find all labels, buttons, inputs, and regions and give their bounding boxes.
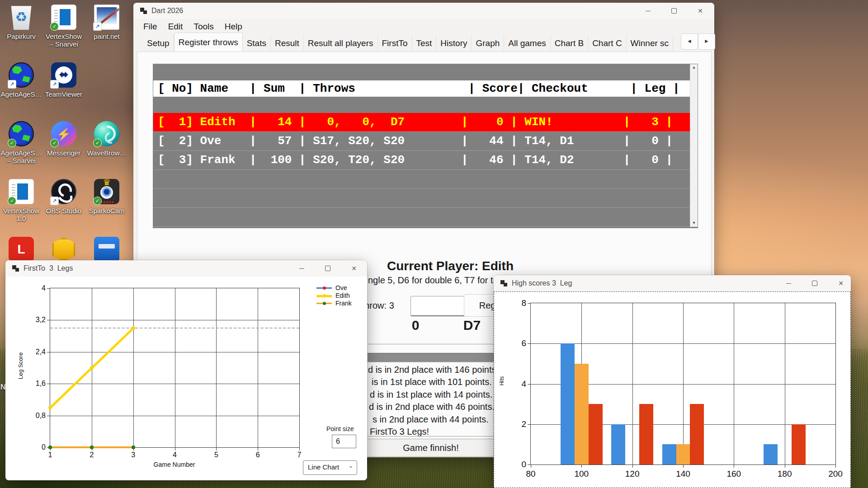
firstto-chart-area: 123456700,81,62,43,24 Game Number Leg Sc…	[5, 277, 367, 480]
table-row[interactable]: [ 3] Frank | 100 | S20, T20, S20 | 46 | …	[153, 150, 698, 169]
table-row[interactable]: [ 2] Ove | 57 | S17, S20, S20 | 44 | T14…	[153, 131, 698, 150]
listbox-rows: [ 1] Edith | 14 | 0, 0, D7 | 0 | WIN! | …	[153, 113, 698, 228]
desktop-icon-label: WaveBrow…	[86, 149, 127, 157]
dart-titlebar[interactable]: Dart 2026 ✕	[133, 3, 714, 19]
minimize-button[interactable]	[778, 275, 799, 291]
icon-box: ✓	[51, 5, 76, 30]
scroll-down-icon[interactable]: ▼	[690, 220, 698, 227]
minimize-button[interactable]	[637, 3, 658, 19]
tab-winner-sc[interactable]: Winner sc	[627, 35, 673, 52]
checkout-value: D7	[454, 318, 490, 333]
desktop-icon-vertexshow[interactable]: ✓VertexShow– Snarvei	[43, 5, 85, 48]
gridline	[50, 416, 299, 416]
desktop-icon-vertexshow[interactable]: ✓VertexShow1.0	[0, 179, 42, 222]
maximize-button[interactable]	[317, 260, 338, 277]
x-tick-label: 100	[568, 469, 595, 479]
gridline	[133, 288, 134, 447]
close-button[interactable]: ✕	[830, 275, 851, 291]
point-size-label: Point size	[326, 425, 354, 432]
recycle-bin-icon: ♻	[9, 5, 34, 30]
desktop-icon-red-l[interactable]: L	[0, 237, 42, 262]
desktop-icon-agetoages-[interactable]: ↗AgetoAgeS…	[0, 62, 42, 98]
legend-label: Ove	[335, 284, 347, 291]
desktop-icon-label: TeamViewer	[43, 90, 85, 98]
tab-stats[interactable]: Stats	[243, 35, 271, 52]
desktop-icon-label: VertexShow– Snarvei	[43, 33, 85, 48]
desktop-icon-blue[interactable]	[86, 237, 127, 262]
menu-tools[interactable]: Tools	[188, 20, 219, 33]
tab-chart-b[interactable]: Chart B	[551, 35, 588, 52]
listbox-header: [ No] Name | Sum | Throws | Score| Check…	[153, 80, 698, 97]
tab-result[interactable]: Result	[271, 35, 304, 52]
x-tick-label: 4	[166, 451, 184, 459]
tab-test[interactable]: Test	[412, 35, 437, 52]
desktop-icon-hex[interactable]	[43, 237, 85, 262]
menu-edit[interactable]: Edit	[163, 20, 189, 33]
tick-mark	[528, 343, 531, 344]
tick-mark	[299, 447, 300, 450]
maximize-button[interactable]	[804, 275, 825, 291]
desktop-icon-obs-studio[interactable]: ↗OBS Studio	[43, 179, 85, 215]
app-icon	[12, 265, 19, 272]
desktop-icon-wavebrow-[interactable]: ✓WaveBrow…	[86, 121, 127, 157]
minimize-button[interactable]	[291, 260, 312, 277]
icon-box: ♻	[9, 5, 34, 30]
players-listbox: [ No] Name | Sum | Throws | Score| Check…	[153, 64, 698, 228]
shortcut-arrow-icon: ↗	[93, 22, 102, 31]
tick-mark	[216, 447, 217, 450]
table-row[interactable]: [ 1] Edith | 14 | 0, 0, D7 | 0 | WIN! | …	[153, 113, 698, 131]
check-badge-icon: ✓	[50, 22, 59, 31]
x-tick-label: 5	[207, 451, 225, 459]
desktop-icon-label: OBS Studio	[43, 207, 85, 215]
tab-scroll-right-button[interactable]: ►	[698, 33, 715, 50]
listbox-scrollbar[interactable]: ▲ ▼	[690, 64, 698, 227]
data-point	[90, 366, 94, 370]
tab-register-throws[interactable]: Register throws	[174, 33, 243, 52]
maximize-button[interactable]	[664, 3, 684, 19]
tab-history[interactable]: History	[436, 35, 472, 52]
desktop-icon-agetoages-[interactable]: ✓AgetoAgeS…– Snarvei	[0, 121, 42, 164]
x-tick-label: 80	[517, 469, 544, 479]
tab-all-games[interactable]: All games	[504, 35, 550, 52]
tab-firstto[interactable]: FirstTo	[378, 35, 412, 52]
desktop: ♻Papirkurv✓VertexShow– Snarvei↗paint.net…	[0, 0, 868, 488]
desktop-icon-teamviewer[interactable]: ↗TeamViewer	[43, 62, 85, 98]
desktop-icon-sparkocam[interactable]: ♛★★★★★✓SparkoCam	[86, 179, 127, 215]
scroll-up-icon[interactable]: ▲	[690, 64, 698, 71]
desktop-icon-paint-net[interactable]: ↗paint.net	[86, 5, 127, 40]
check-badge-icon: ✓	[93, 197, 102, 205]
game-finish-button[interactable]: Game finnish!	[368, 439, 494, 457]
bar-series-red-100	[589, 404, 603, 465]
window-title: High scores 3 Leg	[512, 279, 572, 287]
tab-result-all-players[interactable]: Result all players	[304, 35, 378, 52]
tab-scroll-left-button[interactable]: ◄	[681, 33, 698, 50]
y-tick-label: 4	[28, 284, 46, 292]
data-point	[132, 326, 135, 330]
firstto-titlebar[interactable]: FirstTo 3 Legs ✕	[5, 260, 367, 277]
tick-mark	[581, 465, 582, 468]
close-button[interactable]: ✕	[344, 260, 364, 277]
tick-mark	[528, 384, 531, 385]
tick-mark	[47, 384, 50, 384]
desktop-icon-papirkurv[interactable]: ♻Papirkurv	[0, 5, 42, 40]
blue-app-icon	[94, 237, 119, 262]
target-line	[50, 328, 299, 328]
tab-chart-c[interactable]: Chart C	[588, 35, 626, 52]
highscores-titlebar[interactable]: High scores 3 Leg ✕	[494, 275, 851, 291]
point-size-input[interactable]: 6	[332, 435, 356, 448]
check-badge-icon: ✓	[93, 139, 102, 147]
minimize-icon	[646, 11, 651, 11]
y-axis-title: Hits	[499, 361, 505, 401]
desktop-icon-messenger[interactable]: ✓Messenger	[43, 121, 85, 157]
bar-series-blue-100	[561, 343, 575, 465]
series-line-segment	[49, 367, 92, 408]
tick-mark	[47, 352, 50, 352]
tab-setup[interactable]: Setup	[143, 35, 174, 52]
tab-graph[interactable]: Graph	[472, 35, 504, 52]
close-button[interactable]: ✕	[690, 3, 711, 19]
chart-type-dropdown[interactable]: Line Chart ⌄	[303, 460, 357, 475]
hexagon-app-icon	[51, 237, 76, 262]
red-app-icon: L	[9, 237, 34, 262]
menu-help[interactable]: Help	[219, 20, 248, 33]
menu-file[interactable]: File	[138, 20, 163, 33]
